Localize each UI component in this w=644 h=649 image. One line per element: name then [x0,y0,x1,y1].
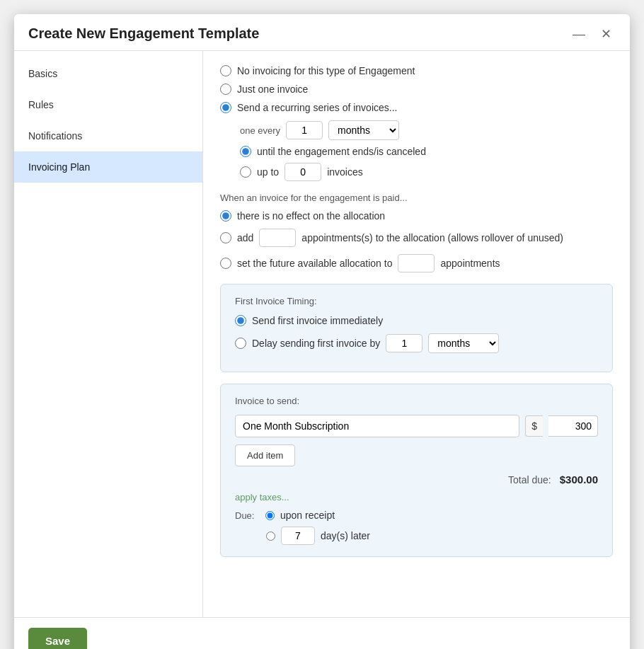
modal-body: Basics Rules Notifications Invoicing Pla… [14,51,630,617]
months-select[interactable]: days weeks months years [328,120,399,140]
add-appt-radio[interactable] [220,232,231,243]
just-one-row: Just one invoice [220,84,613,95]
days-later-row: day(s) later [266,527,598,545]
set-future-radio[interactable] [220,258,231,269]
due-label: Due: [235,510,260,521]
when-paid-section: When an invoice for the engagement is pa… [220,193,613,272]
one-every-label: one every [240,125,280,136]
total-row: Total due: $300.00 [235,473,598,486]
add-appointments-label: appointments(s) to the allocation (allow… [301,232,563,243]
when-paid-label: When an invoice for the engagement is pa… [220,193,613,203]
set-future-input[interactable] [398,254,435,272]
duration-radio-group: until the engagement ends/is canceled up… [240,146,613,181]
main-content: No invoicing for this type of Engagement… [203,51,630,617]
invoice-type-section: No invoicing for this type of Engagement… [220,65,613,181]
invoice-item-row: $ [235,415,598,437]
set-future-row: set the future available allocation to a… [220,254,613,272]
close-button[interactable]: ✕ [597,26,616,42]
modal-header-actions: — ✕ [568,26,616,42]
invoice-to-send-title: Invoice to send: [235,396,598,406]
modal-title: Create New Engagement Template [28,25,259,42]
days-later-label: day(s) later [321,530,370,541]
no-invoicing-radio[interactable] [220,65,231,76]
minimize-button[interactable]: — [568,26,590,42]
delay-radio[interactable] [235,338,246,349]
no-invoicing-label: No invoicing for this type of Engagement [237,65,415,76]
appointments-label: appointments [440,258,500,269]
just-one-radio[interactable] [220,84,231,95]
up-to-value-input[interactable] [284,163,321,181]
invoices-label: invoices [327,166,363,178]
send-immediately-radio[interactable] [235,315,246,326]
sidebar-item-basics[interactable]: Basics [14,58,202,89]
save-button[interactable]: Save [28,628,87,649]
total-label: Total due: [508,474,551,486]
until-end-radio[interactable] [240,146,251,157]
delay-value-input[interactable] [386,334,422,352]
first-invoice-box: First Invoice Timing: Send first invoice… [220,284,613,372]
modal-header: Create New Engagement Template — ✕ [14,14,630,51]
add-appointments-row: add appointments(s) to the allocation (a… [220,229,613,247]
no-effect-radio[interactable] [220,210,231,222]
dollar-sign: $ [525,415,543,437]
amount-input[interactable] [548,415,598,437]
up-to-radio[interactable] [240,166,251,178]
one-every-row: one every days weeks months years [240,120,613,140]
sidebar-item-rules[interactable]: Rules [14,89,202,120]
upon-receipt-label: upon receipt [280,510,335,521]
no-invoicing-row: No invoicing for this type of Engagement [220,65,613,76]
send-immediately-label: Send first invoice immediately [252,315,383,326]
recurring-row: Send a recurring series of invoices... [220,102,613,113]
send-immediately-row: Send first invoice immediately [235,315,598,326]
add-label: add [237,232,253,243]
sidebar: Basics Rules Notifications Invoicing Pla… [14,51,203,617]
sidebar-item-invoicing-plan[interactable]: Invoicing Plan [14,151,202,183]
add-appointments-input[interactable] [259,229,296,247]
total-amount: $300.00 [560,473,598,486]
every-value-input[interactable] [286,121,323,139]
delay-label: Delay sending first invoice by [252,338,380,349]
modal-footer: Save [14,617,630,649]
days-input[interactable] [281,527,315,545]
set-future-label: set the future available allocation to [237,258,392,269]
invoice-to-send-box: Invoice to send: $ Add item Total due: $… [220,384,613,557]
just-one-label: Just one invoice [237,84,308,95]
modal-container: Create New Engagement Template — ✕ Basic… [14,14,630,649]
until-end-label: until the engagement ends/is canceled [257,146,426,157]
first-invoice-title: First Invoice Timing: [235,296,598,306]
no-effect-label: there is no effect on the allocation [237,210,385,222]
delay-row: Delay sending first invoice by days week… [235,333,598,353]
no-effect-row: there is no effect on the allocation [220,210,613,222]
up-to-label: up to [257,166,279,178]
apply-taxes-link[interactable]: apply taxes... [235,492,289,502]
due-row: Due: upon receipt [235,510,598,521]
until-end-row: until the engagement ends/is canceled [240,146,613,157]
recurring-radio[interactable] [220,102,231,113]
up-to-row: up to invoices [240,163,613,181]
add-item-button[interactable]: Add item [235,444,295,466]
upon-receipt-radio[interactable] [265,511,275,520]
sidebar-item-notifications[interactable]: Notifications [14,120,202,151]
invoice-name-input[interactable] [235,415,519,437]
days-later-radio[interactable] [266,532,275,541]
delay-months-select[interactable]: days weeks months years [428,333,499,353]
recurring-label: Send a recurring series of invoices... [237,102,397,113]
